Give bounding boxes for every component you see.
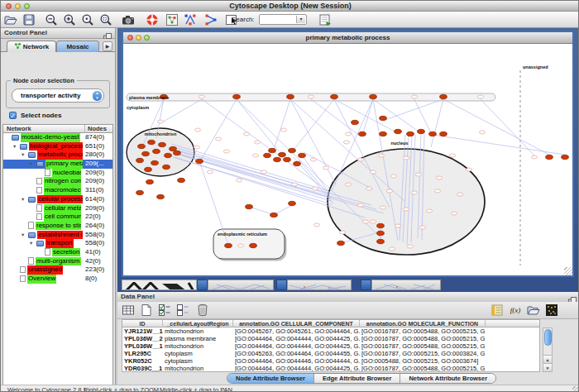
table-row[interactable]: YPL036W__1mitochondrion[GO:0044464, GO:0… [122, 342, 539, 350]
graph-node [310, 158, 316, 161]
graph-node [280, 128, 286, 131]
select-nodes-checkbox[interactable]: ✓ [9, 112, 17, 119]
new-attribute-icon[interactable] [140, 304, 153, 317]
network-window-titlebar[interactable]: primary metabolic process [123, 32, 572, 44]
scroll-down-icon[interactable]: ▼ [543, 363, 552, 371]
tab-mosaic[interactable]: Mosaic [56, 41, 99, 52]
graph-edge [160, 99, 202, 123]
tree-item[interactable]: cell communicat22(0) [3, 213, 112, 222]
window-resize-grip-icon[interactable] [564, 267, 572, 275]
graph-node [323, 166, 328, 170]
network-graph[interactable]: plasma membranecytoplasmmitochondrionnuc… [123, 44, 572, 275]
help-icon[interactable] [146, 13, 159, 26]
network-overview-icon[interactable] [165, 13, 179, 26]
tab-node-attribute-browser[interactable]: Node Attribute Browser [227, 374, 313, 384]
tree-item[interactable]: nucleobase-209(0) [3, 169, 112, 178]
tree-item-count: 209(... [85, 160, 104, 169]
tab-overflow-arrow-icon[interactable]: ▶ [103, 41, 112, 51]
control-panel-tabs: Network Mosaic ▶ [1, 39, 115, 52]
snapshot-icon[interactable] [122, 13, 135, 26]
save-icon[interactable] [22, 13, 36, 26]
tab-edge-attribute-browser[interactable]: Edge Attribute Browser [313, 374, 400, 384]
tree-item-count: 209(0) [85, 169, 104, 178]
layout-2-icon[interactable] [204, 13, 218, 26]
app-resize-grip-icon[interactable] [572, 386, 579, 392]
expander-icon[interactable]: ▾ [22, 195, 28, 204]
expander-icon[interactable]: ▾ [30, 239, 36, 248]
scroll-up-icon[interactable]: ▲ [543, 355, 552, 363]
graph-node-selected [289, 148, 296, 152]
tab-network[interactable]: Network [7, 41, 56, 52]
table-scrollbar[interactable]: ▲ ▼ [543, 327, 553, 372]
zoom-selected-icon[interactable] [81, 13, 94, 26]
expander-icon[interactable]: ▾ [13, 142, 20, 151]
tree-item[interactable]: secretion41(0) [3, 248, 112, 257]
table-column-header: ID [122, 320, 163, 327]
layout-1-icon[interactable] [184, 13, 197, 26]
delete-attribute-icon[interactable] [196, 304, 209, 317]
tree-item[interactable]: mosaic-demo-yeast874(0) [3, 133, 112, 142]
scrollbar-thumb[interactable] [544, 329, 552, 346]
tree-item[interactable]: ▾metabolic process280(0) [3, 151, 112, 160]
tree-item[interactable]: macromolecule311(0) [3, 186, 112, 195]
tree-item-count: 874(0) [85, 133, 104, 142]
network-view-window[interactable]: primary metabolic process plasma membran… [122, 31, 574, 277]
expander-icon[interactable]: ▾ [22, 231, 28, 240]
attribute-list-icon[interactable] [490, 304, 504, 317]
table-row[interactable]: YKR052Ccytoplasm[GO:0044464, GO:0044446,… [122, 357, 539, 365]
import-attributes-icon[interactable] [527, 304, 540, 317]
file-icon [36, 178, 42, 185]
tree-item[interactable]: unassigned223(0) [3, 265, 112, 275]
graph-node-selected [395, 129, 402, 133]
tree-item[interactable]: cellular metabol209(0) [3, 204, 112, 213]
table-row[interactable]: YJR121W__1mitochondrion[GO:0045267, GO:0… [122, 327, 539, 335]
expander-icon[interactable]: ▾ [22, 151, 28, 160]
tree-item[interactable]: response to stimulu264(0) [3, 222, 112, 231]
graph-node-selected [246, 204, 253, 208]
graph-node [236, 179, 242, 182]
float-panel-icon[interactable] [103, 30, 112, 38]
search-dropdown-icon[interactable]: ▾ [296, 16, 305, 23]
attribute-grid-icon[interactable] [122, 304, 135, 317]
float-panel-icon[interactable] [568, 294, 577, 302]
tree-item[interactable]: ▾transport558(0) [3, 239, 112, 248]
unselect-attributes-icon[interactable] [176, 304, 189, 317]
node-color-select[interactable]: transporter activity ▲▼ [12, 88, 104, 103]
minimized-window-3[interactable] [361, 280, 441, 290]
zoom-in-icon[interactable] [63, 13, 76, 26]
search-combo[interactable]: ▾ [259, 14, 307, 25]
table-row[interactable]: YDR039C__1mitochondrion[GO:0044464, GO:0… [122, 365, 539, 372]
minimized-window-1[interactable] [197, 280, 274, 290]
zoom-fit-icon[interactable] [99, 13, 112, 26]
graph-edge [201, 99, 237, 160]
graph-node [366, 187, 371, 190]
graph-node-selected [380, 131, 387, 136]
select-attributes-icon[interactable] [158, 304, 171, 317]
tree-item[interactable]: ▾establishment of lo558(0) [3, 231, 112, 240]
tree-item[interactable]: ▾primary metabol209(... [3, 160, 112, 169]
stepper-arrows-icon[interactable]: ▲▼ [93, 91, 102, 101]
network-canvas[interactable]: plasma membranecytoplasmmitochondrionnuc… [123, 44, 572, 275]
attribute-browser-tabs: Node Attribute BrowserEdge Attribute Bro… [227, 373, 496, 384]
tree-item[interactable]: multi-organism pro42(0) [3, 257, 112, 266]
tree-item[interactable]: ▾biological_process651(0) [3, 142, 112, 151]
tab-network-attribute-browser[interactable]: Network Attribute Browser [400, 374, 495, 384]
function-builder-icon[interactable]: f(x) [509, 304, 522, 317]
zoom-out-icon[interactable] [45, 13, 58, 26]
open-icon[interactable] [4, 13, 17, 26]
search-input[interactable] [261, 15, 295, 24]
import-table-icon[interactable] [318, 13, 332, 26]
app-titlebar[interactable]: Cytoscape Desktop (New Session) [1, 1, 579, 12]
graph-node-selected [138, 144, 146, 148]
table-row[interactable]: YPL036W__2plasma membrane[GO:0044464, GO… [122, 335, 539, 342]
tree-item[interactable]: ▾cellular process614(0) [3, 195, 112, 204]
tree-item[interactable]: Overview8(0) [3, 275, 112, 284]
background-network-window[interactable] [122, 280, 197, 290]
table-row[interactable]: YLR295Ccytoplasm[GO:0045263, GO:0044464,… [122, 350, 539, 357]
tree-item[interactable]: nitrogen compo209(0) [3, 177, 112, 186]
expander-icon[interactable]: ▾ [30, 160, 36, 169]
attribute-table[interactable]: YJR121W__1mitochondrion[GO:0045267, GO:0… [122, 327, 540, 372]
network-tree[interactable]: mosaic-demo-yeast874(0)▾biological_proce… [2, 133, 113, 392]
matrix-view-icon[interactable] [545, 304, 558, 317]
minimized-window-2[interactable] [276, 280, 352, 290]
